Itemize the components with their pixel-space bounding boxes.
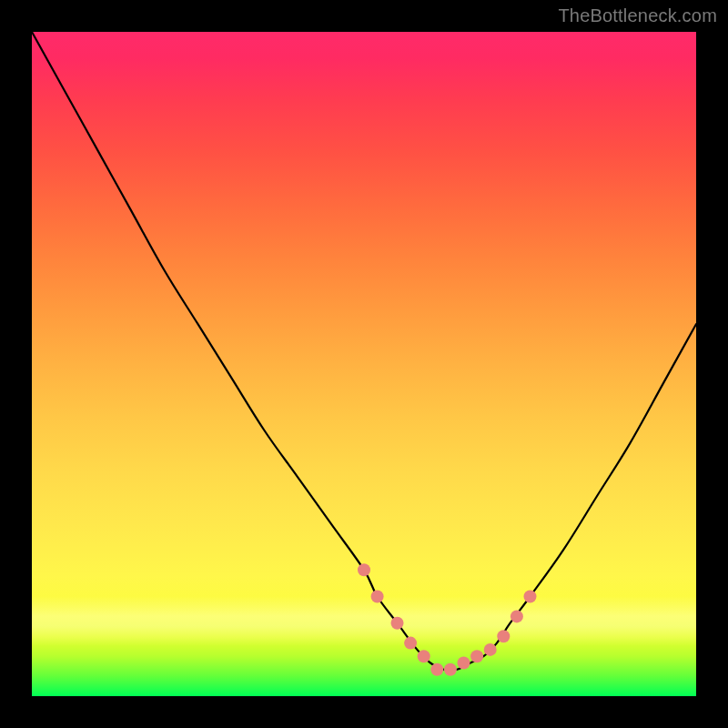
curve-marker bbox=[470, 650, 483, 662]
chart-stage: TheBottleneck.com bbox=[0, 0, 728, 728]
curve-marker bbox=[418, 650, 430, 662]
haze-band bbox=[32, 596, 696, 646]
curve-layer bbox=[32, 32, 696, 696]
curve-marker bbox=[391, 617, 404, 630]
plot-area bbox=[32, 32, 696, 696]
curve-marker bbox=[430, 663, 443, 676]
curve-marker bbox=[404, 637, 417, 650]
curve-marker bbox=[444, 663, 457, 676]
watermark-text: TheBottleneck.com bbox=[558, 5, 717, 26]
curve-marker bbox=[497, 630, 510, 642]
bottleneck-curve bbox=[32, 32, 696, 671]
curve-marker bbox=[458, 657, 470, 670]
curve-marker bbox=[371, 591, 384, 603]
curve-marker bbox=[524, 591, 537, 603]
curve-marker bbox=[484, 643, 497, 656]
curve-marker bbox=[358, 563, 370, 576]
curve-marker bbox=[511, 610, 523, 622]
